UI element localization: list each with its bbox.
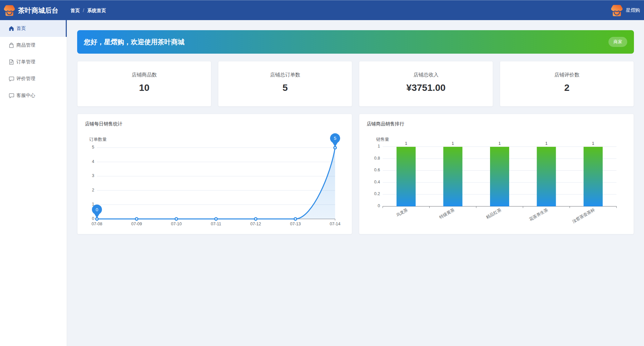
svg-text:0.6: 0.6 (374, 168, 380, 172)
svg-text:3: 3 (92, 173, 94, 178)
svg-text:2: 2 (92, 188, 94, 192)
svg-text:0: 0 (92, 216, 94, 221)
svg-text:07-09: 07-09 (131, 222, 142, 226)
svg-text:07-14: 07-14 (330, 222, 340, 226)
svg-text:1: 1 (545, 141, 547, 146)
svg-text:1: 1 (452, 141, 454, 146)
svg-text:店铺商品销售排行: 店铺商品销售排行 (367, 121, 404, 126)
svg-text:07-10: 07-10 (171, 222, 182, 226)
svg-text:精品红茶: 精品红茶 (485, 207, 502, 220)
svg-text:0.2: 0.2 (374, 191, 380, 196)
svg-text:5: 5 (334, 136, 336, 141)
svg-text:07-08: 07-08 (92, 222, 102, 226)
svg-text:0.8: 0.8 (374, 156, 380, 161)
svg-text:1: 1 (498, 141, 501, 146)
svg-text:4: 4 (92, 159, 94, 164)
svg-text:0: 0 (378, 204, 380, 208)
svg-text:07-12: 07-12 (250, 222, 261, 226)
svg-text:订单数量: 订单数量 (89, 137, 107, 142)
svg-text:1: 1 (592, 141, 594, 146)
svg-text:5: 5 (92, 145, 94, 150)
svg-text:店铺每日销售统计: 店铺每日销售统计 (85, 121, 122, 126)
svg-text:特级黄茶: 特级黄茶 (438, 207, 455, 220)
svg-text:乌龙茶: 乌龙茶 (395, 207, 409, 218)
svg-text:0: 0 (96, 207, 98, 212)
svg-text:07-11: 07-11 (211, 222, 221, 226)
svg-text:1: 1 (378, 144, 380, 149)
svg-text:07-13: 07-13 (290, 222, 301, 226)
svg-text:1: 1 (405, 141, 407, 146)
svg-text:汝窑茶壶茶杯: 汝窑茶壶茶杯 (572, 207, 596, 224)
svg-text:销售量: 销售量 (376, 137, 389, 142)
svg-text:花茶养生茶: 花茶养生茶 (528, 207, 549, 222)
svg-text:0.4: 0.4 (374, 180, 380, 184)
